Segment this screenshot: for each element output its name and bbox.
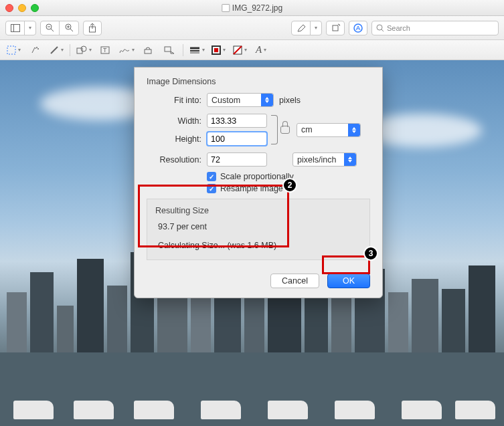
svg-rect-12 [333, 25, 338, 31]
cancel-button[interactable]: Cancel [270, 274, 319, 288]
resolution-unit-select[interactable]: pixels/inch [292, 152, 357, 167]
lock-icon [280, 126, 290, 134]
dialog-title: Image Dimensions [147, 77, 370, 86]
dimension-unit-select[interactable]: cm [297, 123, 361, 137]
search-icon [376, 24, 384, 32]
border-color-tool[interactable]: ▾ [210, 43, 226, 57]
height-input[interactable] [207, 132, 267, 146]
annotation-frame-3 [322, 255, 370, 274]
dropdown-chevron-icon[interactable]: ▾ [311, 21, 321, 35]
sign-tool[interactable]: ▾ [118, 43, 135, 57]
svg-rect-24 [165, 47, 171, 51]
svg-point-20 [81, 46, 86, 51]
svg-point-18 [37, 48, 39, 49]
rotate-button[interactable] [326, 21, 345, 35]
line-style-tool[interactable]: ▾ [189, 43, 205, 57]
select-stepper-icon [348, 124, 360, 136]
annotation-frame-2 [138, 185, 289, 247]
svg-line-15 [382, 29, 384, 31]
search-placeholder: Search [387, 24, 410, 32]
zoom-out-icon[interactable] [41, 21, 60, 35]
width-label: Width: [147, 116, 201, 126]
font-tool[interactable]: A▾ [253, 43, 269, 57]
image-canvas: Image Dimensions Fit into: Custom pixels… [0, 60, 504, 426]
instant-alpha-tool[interactable] [27, 43, 43, 57]
shapes-tool[interactable]: ▾ [76, 43, 92, 57]
annotation-badge-2: 2 [282, 178, 297, 193]
svg-point-17 [36, 47, 37, 48]
svg-point-13 [354, 24, 362, 32]
share-button[interactable] [83, 21, 102, 35]
svg-line-6 [70, 29, 73, 31]
highlighter-icon[interactable] [292, 21, 311, 35]
svg-text:T: T [103, 47, 107, 54]
file-icon [222, 4, 230, 12]
resolution-input[interactable] [207, 152, 267, 167]
selection-tool[interactable]: ▾ [5, 43, 21, 57]
window-titlebar: IMG_9272.jpg [0, 0, 504, 16]
traffic-lights [5, 4, 39, 12]
svg-marker-11 [298, 25, 305, 31]
scale-proportionally-label: Scale proportionally [220, 172, 294, 181]
fit-into-label: Fit into: [147, 96, 201, 105]
svg-rect-16 [7, 46, 15, 54]
ok-button[interactable]: OK [327, 274, 370, 288]
sketch-tool[interactable]: ▾ [48, 43, 64, 57]
text-tool[interactable]: T [97, 43, 113, 57]
height-label: Height: [147, 134, 201, 144]
scale-proportionally-checkbox[interactable]: ✓ [207, 172, 216, 181]
svg-line-3 [51, 29, 54, 31]
adjust-size-tool[interactable] [161, 43, 177, 57]
close-window-button[interactable] [5, 4, 13, 12]
zoom-window-button[interactable] [31, 4, 39, 12]
svg-rect-0 [11, 24, 19, 31]
minimize-window-button[interactable] [18, 4, 26, 12]
aspect-lock[interactable] [271, 115, 290, 144]
zoom-buttons[interactable] [40, 21, 79, 35]
markup-toggle-button[interactable] [349, 21, 367, 35]
select-stepper-icon [344, 153, 356, 166]
dropdown-chevron-icon[interactable]: ▾ [25, 21, 35, 35]
svg-rect-29 [214, 48, 218, 52]
annotation-badge-3: 3 [363, 246, 378, 261]
search-field[interactable]: Search [371, 21, 499, 35]
window-title: IMG_9272.jpg [222, 3, 282, 13]
sidebar-toggle-icon[interactable] [6, 21, 25, 35]
fit-into-select[interactable]: Custom [207, 93, 274, 107]
zoom-in-icon[interactable] [60, 21, 78, 35]
adjust-color-tool[interactable] [140, 43, 156, 57]
window-title-text: IMG_9272.jpg [232, 3, 282, 13]
width-input[interactable] [207, 114, 267, 128]
sidebar-view-buttons[interactable]: ▾ [5, 21, 36, 35]
fill-color-tool[interactable]: ▾ [232, 43, 248, 57]
markup-button-group[interactable]: ▾ [291, 21, 322, 35]
svg-point-14 [377, 25, 382, 30]
select-stepper-icon [261, 94, 273, 106]
fit-into-unit: pixels [279, 96, 301, 105]
main-toolbar: ▾ ▾ Search [0, 16, 504, 40]
svg-rect-23 [145, 49, 151, 54]
resolution-label: Resolution: [147, 155, 201, 165]
markup-toolbar: ▾ ▾ ▾ T ▾ ▾ ▾ ▾ A▾ [0, 40, 504, 60]
